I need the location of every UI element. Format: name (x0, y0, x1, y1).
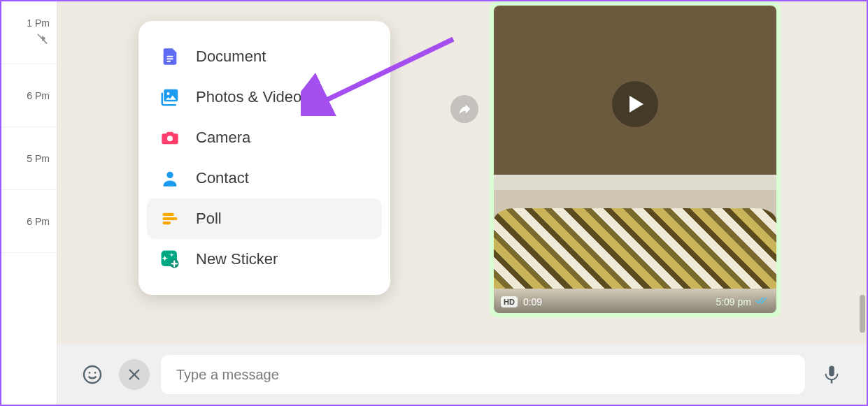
mic-button[interactable] (816, 359, 847, 390)
play-button[interactable] (612, 81, 658, 127)
menu-label: Photos & Videos (196, 88, 309, 106)
attach-poll[interactable]: Poll (147, 198, 382, 239)
svg-point-15 (94, 372, 97, 374)
attach-new-sticker[interactable]: New Sticker (147, 239, 382, 280)
chat-list-item[interactable]: 6 Pm (1, 64, 57, 127)
video-thumbnail: HD 0:09 5:09 pm (494, 6, 776, 313)
svg-point-4 (167, 92, 170, 95)
double-check-icon (755, 296, 769, 307)
svg-rect-7 (163, 213, 174, 216)
svg-rect-8 (163, 217, 178, 220)
document-icon (159, 46, 180, 67)
photos-videos-icon (159, 87, 180, 108)
contact-icon (159, 168, 180, 189)
video-message[interactable]: HD 0:09 5:09 pm (490, 1, 781, 317)
play-icon (629, 96, 643, 113)
chat-time: 1 Pm (27, 17, 50, 29)
svg-rect-9 (163, 222, 171, 224)
hd-badge: HD (501, 296, 518, 307)
video-footer: HD 0:09 5:09 pm (494, 290, 776, 313)
video-content-decor (494, 208, 776, 288)
attach-document[interactable]: Document (147, 36, 382, 77)
message-time: 5:09 pm (716, 296, 751, 307)
chat-time: 5 Pm (27, 153, 50, 164)
emoji-button[interactable] (77, 359, 108, 390)
svg-rect-2 (166, 61, 171, 62)
new-sticker-icon (159, 249, 180, 270)
scrollbar-thumb[interactable] (860, 295, 865, 333)
video-duration: 0:09 (523, 296, 542, 307)
svg-point-13 (84, 366, 101, 383)
chat-list-item[interactable]: 5 Pm (1, 127, 57, 190)
attach-contact[interactable]: Contact (147, 158, 382, 198)
svg-point-5 (167, 136, 173, 141)
svg-point-14 (89, 372, 91, 374)
svg-rect-0 (166, 56, 173, 57)
camera-icon (159, 127, 180, 148)
muted-icon (36, 31, 50, 48)
forward-button[interactable] (450, 95, 478, 123)
attachment-menu: Document Photos & Videos Camera Contact … (138, 21, 390, 295)
chat-list-item[interactable]: 1 Pm (1, 1, 57, 64)
close-attachment-button[interactable] (119, 359, 150, 390)
menu-label: Contact (196, 169, 249, 187)
chat-time: 6 Pm (27, 90, 50, 101)
attach-camera[interactable]: Camera (147, 117, 382, 158)
message-input[interactable] (161, 355, 805, 394)
chat-time: 6 Pm (27, 216, 50, 227)
svg-rect-1 (166, 58, 173, 59)
menu-label: Camera (196, 129, 250, 147)
attach-photos-videos[interactable]: Photos & Videos (147, 77, 382, 117)
chat-list-sidebar: 1 Pm 6 Pm 5 Pm 6 Pm (1, 1, 57, 405)
svg-point-6 (166, 172, 173, 178)
poll-icon (159, 208, 180, 229)
message-composer (57, 345, 867, 405)
chat-list-item[interactable]: 6 Pm (1, 190, 57, 253)
menu-label: Poll (196, 210, 222, 228)
menu-label: New Sticker (196, 250, 278, 268)
menu-label: Document (196, 48, 266, 66)
